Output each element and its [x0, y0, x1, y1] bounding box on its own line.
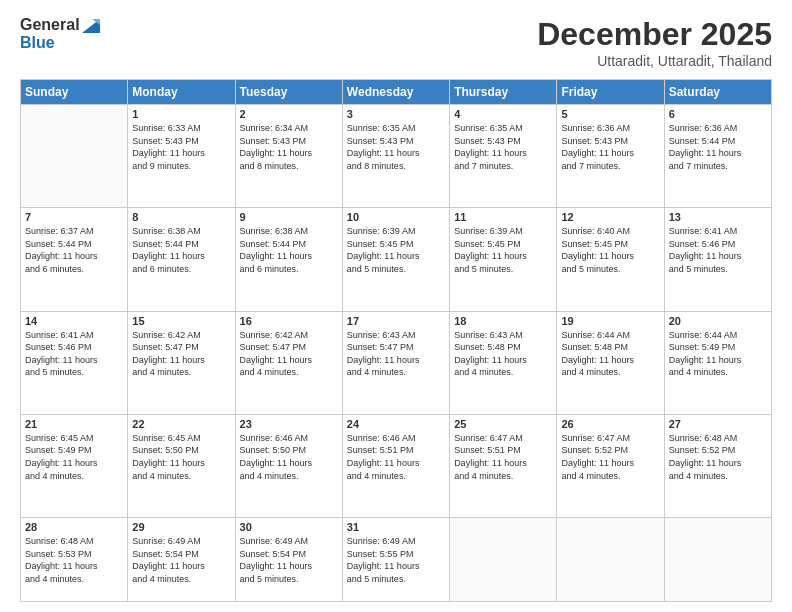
day-info: Sunrise: 6:45 AM Sunset: 5:49 PM Dayligh…: [25, 432, 123, 482]
day-number: 30: [240, 521, 338, 533]
day-cell: 15Sunrise: 6:42 AM Sunset: 5:47 PM Dayli…: [128, 311, 235, 414]
day-info: Sunrise: 6:36 AM Sunset: 5:44 PM Dayligh…: [669, 122, 767, 172]
day-cell: 2Sunrise: 6:34 AM Sunset: 5:43 PM Daylig…: [235, 105, 342, 208]
day-number: 31: [347, 521, 445, 533]
day-number: 21: [25, 418, 123, 430]
day-info: Sunrise: 6:49 AM Sunset: 5:55 PM Dayligh…: [347, 535, 445, 585]
header-row: SundayMondayTuesdayWednesdayThursdayFrid…: [21, 80, 772, 105]
day-number: 5: [561, 108, 659, 120]
week-row-1: 1Sunrise: 6:33 AM Sunset: 5:43 PM Daylig…: [21, 105, 772, 208]
day-cell: 19Sunrise: 6:44 AM Sunset: 5:48 PM Dayli…: [557, 311, 664, 414]
day-number: 26: [561, 418, 659, 430]
day-info: Sunrise: 6:49 AM Sunset: 5:54 PM Dayligh…: [240, 535, 338, 585]
day-number: 29: [132, 521, 230, 533]
day-number: 16: [240, 315, 338, 327]
day-info: Sunrise: 6:41 AM Sunset: 5:46 PM Dayligh…: [25, 329, 123, 379]
day-number: 13: [669, 211, 767, 223]
day-info: Sunrise: 6:34 AM Sunset: 5:43 PM Dayligh…: [240, 122, 338, 172]
day-cell: [557, 518, 664, 602]
day-number: 23: [240, 418, 338, 430]
day-info: Sunrise: 6:36 AM Sunset: 5:43 PM Dayligh…: [561, 122, 659, 172]
logo: General Blue: [20, 16, 100, 51]
day-info: Sunrise: 6:47 AM Sunset: 5:52 PM Dayligh…: [561, 432, 659, 482]
day-number: 28: [25, 521, 123, 533]
day-info: Sunrise: 6:35 AM Sunset: 5:43 PM Dayligh…: [454, 122, 552, 172]
day-cell: 5Sunrise: 6:36 AM Sunset: 5:43 PM Daylig…: [557, 105, 664, 208]
day-info: Sunrise: 6:39 AM Sunset: 5:45 PM Dayligh…: [347, 225, 445, 275]
day-number: 4: [454, 108, 552, 120]
day-info: Sunrise: 6:39 AM Sunset: 5:45 PM Dayligh…: [454, 225, 552, 275]
day-number: 15: [132, 315, 230, 327]
day-info: Sunrise: 6:49 AM Sunset: 5:54 PM Dayligh…: [132, 535, 230, 585]
day-info: Sunrise: 6:33 AM Sunset: 5:43 PM Dayligh…: [132, 122, 230, 172]
day-cell: 29Sunrise: 6:49 AM Sunset: 5:54 PM Dayli…: [128, 518, 235, 602]
day-info: Sunrise: 6:43 AM Sunset: 5:48 PM Dayligh…: [454, 329, 552, 379]
day-cell: 22Sunrise: 6:45 AM Sunset: 5:50 PM Dayli…: [128, 414, 235, 517]
day-cell: 14Sunrise: 6:41 AM Sunset: 5:46 PM Dayli…: [21, 311, 128, 414]
title-section: December 2025 Uttaradit, Uttaradit, Thai…: [537, 16, 772, 69]
day-info: Sunrise: 6:44 AM Sunset: 5:49 PM Dayligh…: [669, 329, 767, 379]
day-info: Sunrise: 6:47 AM Sunset: 5:51 PM Dayligh…: [454, 432, 552, 482]
header-cell-saturday: Saturday: [664, 80, 771, 105]
day-number: 8: [132, 211, 230, 223]
day-number: 25: [454, 418, 552, 430]
calendar: SundayMondayTuesdayWednesdayThursdayFrid…: [20, 79, 772, 602]
day-number: 9: [240, 211, 338, 223]
day-number: 17: [347, 315, 445, 327]
day-cell: 24Sunrise: 6:46 AM Sunset: 5:51 PM Dayli…: [342, 414, 449, 517]
day-number: 1: [132, 108, 230, 120]
day-cell: 26Sunrise: 6:47 AM Sunset: 5:52 PM Dayli…: [557, 414, 664, 517]
day-cell: 17Sunrise: 6:43 AM Sunset: 5:47 PM Dayli…: [342, 311, 449, 414]
day-cell: 6Sunrise: 6:36 AM Sunset: 5:44 PM Daylig…: [664, 105, 771, 208]
day-cell: [450, 518, 557, 602]
day-number: 24: [347, 418, 445, 430]
day-info: Sunrise: 6:38 AM Sunset: 5:44 PM Dayligh…: [240, 225, 338, 275]
day-number: 20: [669, 315, 767, 327]
day-cell: 30Sunrise: 6:49 AM Sunset: 5:54 PM Dayli…: [235, 518, 342, 602]
day-info: Sunrise: 6:35 AM Sunset: 5:43 PM Dayligh…: [347, 122, 445, 172]
header-cell-wednesday: Wednesday: [342, 80, 449, 105]
header-cell-thursday: Thursday: [450, 80, 557, 105]
header-cell-sunday: Sunday: [21, 80, 128, 105]
day-cell: 21Sunrise: 6:45 AM Sunset: 5:49 PM Dayli…: [21, 414, 128, 517]
day-info: Sunrise: 6:40 AM Sunset: 5:45 PM Dayligh…: [561, 225, 659, 275]
day-info: Sunrise: 6:42 AM Sunset: 5:47 PM Dayligh…: [132, 329, 230, 379]
day-info: Sunrise: 6:37 AM Sunset: 5:44 PM Dayligh…: [25, 225, 123, 275]
day-number: 18: [454, 315, 552, 327]
day-cell: 25Sunrise: 6:47 AM Sunset: 5:51 PM Dayli…: [450, 414, 557, 517]
day-cell: 27Sunrise: 6:48 AM Sunset: 5:52 PM Dayli…: [664, 414, 771, 517]
day-number: 22: [132, 418, 230, 430]
day-info: Sunrise: 6:42 AM Sunset: 5:47 PM Dayligh…: [240, 329, 338, 379]
header-cell-tuesday: Tuesday: [235, 80, 342, 105]
day-number: 19: [561, 315, 659, 327]
week-row-5: 28Sunrise: 6:48 AM Sunset: 5:53 PM Dayli…: [21, 518, 772, 602]
header-cell-monday: Monday: [128, 80, 235, 105]
day-number: 14: [25, 315, 123, 327]
day-info: Sunrise: 6:43 AM Sunset: 5:47 PM Dayligh…: [347, 329, 445, 379]
day-cell: 9Sunrise: 6:38 AM Sunset: 5:44 PM Daylig…: [235, 208, 342, 311]
day-number: 3: [347, 108, 445, 120]
day-cell: 13Sunrise: 6:41 AM Sunset: 5:46 PM Dayli…: [664, 208, 771, 311]
day-info: Sunrise: 6:41 AM Sunset: 5:46 PM Dayligh…: [669, 225, 767, 275]
week-row-2: 7Sunrise: 6:37 AM Sunset: 5:44 PM Daylig…: [21, 208, 772, 311]
day-cell: 4Sunrise: 6:35 AM Sunset: 5:43 PM Daylig…: [450, 105, 557, 208]
day-cell: 12Sunrise: 6:40 AM Sunset: 5:45 PM Dayli…: [557, 208, 664, 311]
header-cell-friday: Friday: [557, 80, 664, 105]
day-number: 11: [454, 211, 552, 223]
day-cell: 23Sunrise: 6:46 AM Sunset: 5:50 PM Dayli…: [235, 414, 342, 517]
week-row-4: 21Sunrise: 6:45 AM Sunset: 5:49 PM Dayli…: [21, 414, 772, 517]
day-number: 6: [669, 108, 767, 120]
day-info: Sunrise: 6:48 AM Sunset: 5:52 PM Dayligh…: [669, 432, 767, 482]
day-cell: 1Sunrise: 6:33 AM Sunset: 5:43 PM Daylig…: [128, 105, 235, 208]
subtitle: Uttaradit, Uttaradit, Thailand: [537, 53, 772, 69]
day-number: 10: [347, 211, 445, 223]
day-cell: [664, 518, 771, 602]
day-info: Sunrise: 6:45 AM Sunset: 5:50 PM Dayligh…: [132, 432, 230, 482]
day-cell: 10Sunrise: 6:39 AM Sunset: 5:45 PM Dayli…: [342, 208, 449, 311]
day-info: Sunrise: 6:38 AM Sunset: 5:44 PM Dayligh…: [132, 225, 230, 275]
day-number: 7: [25, 211, 123, 223]
day-cell: 31Sunrise: 6:49 AM Sunset: 5:55 PM Dayli…: [342, 518, 449, 602]
day-cell: 18Sunrise: 6:43 AM Sunset: 5:48 PM Dayli…: [450, 311, 557, 414]
day-cell: 16Sunrise: 6:42 AM Sunset: 5:47 PM Dayli…: [235, 311, 342, 414]
day-cell: 3Sunrise: 6:35 AM Sunset: 5:43 PM Daylig…: [342, 105, 449, 208]
